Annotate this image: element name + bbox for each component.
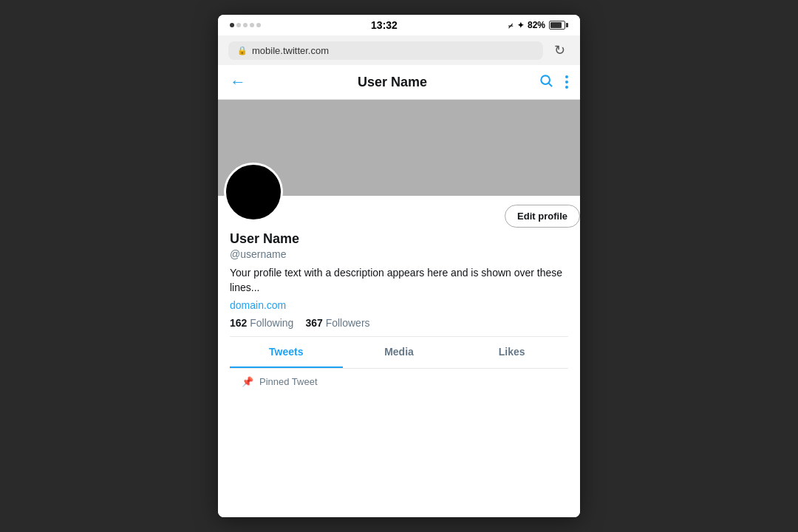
status-bar: 13:32 ⌿ ✦ 82% <box>218 15 580 35</box>
more-dot-3 <box>565 86 568 89</box>
wifi-icon: ⌿ <box>508 20 514 31</box>
lock-icon: 🔒 <box>237 46 248 55</box>
display-name: User Name <box>230 231 568 247</box>
followers-label: Followers <box>326 317 370 329</box>
battery-tip <box>566 23 568 27</box>
profile-info-area: Edit profile User Name @username Your pr… <box>218 196 580 517</box>
avatar <box>224 163 283 222</box>
tab-tweets[interactable]: Tweets <box>230 337 343 368</box>
battery-percent: 82% <box>528 20 545 30</box>
pinned-tweet-label: Pinned Tweet <box>259 376 318 387</box>
bluetooth-icon: ✦ <box>517 21 524 30</box>
address-text: mobile.twitter.com <box>252 45 329 56</box>
follow-stats: 162 Following 367 Followers <box>230 317 568 329</box>
followers-count: 367 <box>305 317 322 329</box>
following-count: 162 <box>230 317 247 329</box>
pin-icon: 📌 <box>242 376 253 387</box>
more-dot-1 <box>565 75 568 78</box>
back-button[interactable]: ← <box>230 72 246 92</box>
following-stat: 162 Following <box>230 317 293 329</box>
tabs-bar: Tweets Media Likes <box>230 336 568 368</box>
tab-media[interactable]: Media <box>343 337 456 368</box>
page-title: User Name <box>358 75 427 90</box>
search-button[interactable] <box>539 73 553 92</box>
dot-5 <box>256 23 261 27</box>
signal-dots <box>230 23 261 27</box>
dot-4 <box>250 23 254 27</box>
username: @username <box>230 248 568 260</box>
status-left <box>230 23 261 27</box>
dot-2 <box>236 23 241 27</box>
status-right: ⌿ ✦ 82% <box>508 20 568 31</box>
website-link[interactable]: domain.com <box>230 299 568 311</box>
more-dot-2 <box>565 81 568 83</box>
pinned-tweet-bar: 📌 Pinned Tweet <box>230 368 568 395</box>
status-time: 13:32 <box>371 19 398 31</box>
more-options-button[interactable] <box>565 75 568 89</box>
dot-3 <box>243 23 248 27</box>
bio: Your profile text with a description app… <box>230 266 568 295</box>
following-label: Following <box>250 317 293 329</box>
avatar-container <box>224 163 283 222</box>
address-input[interactable]: 🔒 mobile.twitter.com <box>228 41 543 60</box>
svg-line-1 <box>549 83 552 86</box>
followers-stat: 367 Followers <box>305 317 369 329</box>
phone-frame: 13:32 ⌿ ✦ 82% 🔒 mobile.twitter.com ↻ ← U… <box>218 15 580 517</box>
dot-1 <box>230 23 234 27</box>
edit-profile-button[interactable]: Edit profile <box>505 205 580 228</box>
header-actions <box>539 73 568 92</box>
twitter-header: ← User Name <box>218 65 580 100</box>
battery-fill <box>550 22 562 28</box>
tab-likes[interactable]: Likes <box>455 337 568 368</box>
refresh-button[interactable]: ↻ <box>549 40 570 61</box>
battery-icon <box>549 21 568 30</box>
address-bar: 🔒 mobile.twitter.com ↻ <box>218 35 580 65</box>
